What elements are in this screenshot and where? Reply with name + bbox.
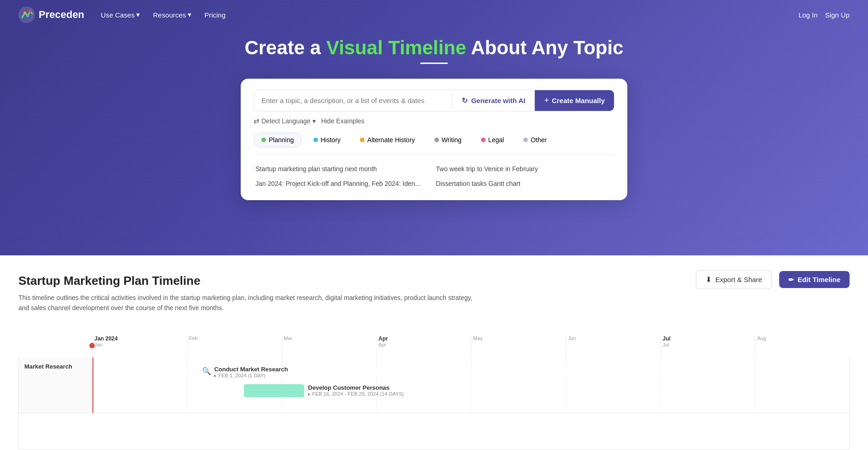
current-date-marker bbox=[92, 335, 95, 348]
nav-signup[interactable]: Sign Up bbox=[825, 11, 850, 19]
nav-resources[interactable]: Resources ▾ bbox=[147, 7, 197, 23]
svg-point-1 bbox=[23, 12, 26, 14]
timeline-month: Jun bbox=[566, 335, 660, 358]
cat-dot bbox=[313, 138, 318, 142]
timeline-event-bar-label: Develop Customer Personas▸ FEB 16, 2024 … bbox=[308, 384, 404, 397]
download-icon: ⬇ bbox=[706, 275, 712, 284]
timeline-wrapper: Jan 2024JanFebMarAprAprMayJunJulJulAug M… bbox=[18, 335, 850, 450]
logo[interactable]: Preceden bbox=[18, 6, 84, 23]
search-row: ↻ Generate with AI + Create Manually bbox=[254, 90, 614, 111]
export-share-button[interactable]: ⬇ Export & Share bbox=[696, 270, 772, 289]
example-item[interactable]: Two week trip to Venice in February bbox=[434, 162, 614, 176]
category-tabs: PlanningHistoryAlternate HistoryWritingL… bbox=[254, 133, 614, 147]
generate-ai-button[interactable]: ↻ Generate with AI bbox=[452, 91, 535, 110]
category-tab-legal[interactable]: Legal bbox=[473, 133, 512, 147]
cat-dot bbox=[481, 138, 486, 142]
search-card: ↻ Generate with AI + Create Manually ⇄ D… bbox=[241, 79, 627, 200]
current-date-vline bbox=[93, 358, 93, 413]
example-item[interactable]: Dissertation tasks Gantt chart bbox=[434, 176, 614, 191]
timeline-month: Feb bbox=[187, 335, 282, 358]
hide-examples-button[interactable]: Hide Examples bbox=[321, 117, 365, 125]
edit-timeline-button[interactable]: ✏ Edit Timeline bbox=[779, 271, 850, 288]
refresh-icon: ↻ bbox=[462, 96, 468, 105]
category-tab-other[interactable]: Other bbox=[515, 133, 555, 147]
nav-right: Log In Sign Up bbox=[799, 11, 850, 19]
category-tab-writing[interactable]: Writing bbox=[427, 133, 469, 147]
chevron-down-icon: ▾ bbox=[312, 117, 316, 125]
example-item[interactable]: Jan 2024: Project Kick-off and Planning,… bbox=[254, 176, 434, 191]
timeline-group: Market Research🔍 Conduct Market Research… bbox=[19, 358, 849, 413]
nav-pricing[interactable]: Pricing bbox=[199, 7, 231, 23]
svg-point-3 bbox=[26, 14, 29, 17]
examples-grid: Startup marketing plan starting next mon… bbox=[254, 155, 614, 191]
cat-dot bbox=[360, 138, 365, 142]
timeline-scale: Jan 2024JanFebMarAprAprMayJunJulJulAug bbox=[18, 335, 850, 358]
timeline-description: This timeline outlines the critical acti… bbox=[18, 293, 479, 313]
cat-dot bbox=[434, 138, 439, 142]
timeline-month: Aug bbox=[755, 335, 850, 358]
nav-links: Use Cases ▾ Resources ▾ Pricing bbox=[95, 7, 231, 23]
timeline-body: Market Research🔍 Conduct Market Research… bbox=[18, 358, 850, 450]
timeline-month: Jan 2024Jan bbox=[92, 335, 187, 358]
search-input[interactable] bbox=[254, 90, 452, 111]
main-content: Startup Marketing Plan Timeline This tim… bbox=[0, 255, 868, 450]
timeline-event-point: 🔍 Conduct Market Research ▸ FEB 1, 2024 … bbox=[202, 366, 288, 379]
category-tab-history[interactable]: History bbox=[306, 133, 349, 147]
detect-language-button[interactable]: ⇄ Detect Language ▾ bbox=[254, 117, 316, 125]
timeline-event-bar bbox=[244, 384, 305, 397]
nav-login[interactable]: Log In bbox=[799, 11, 818, 19]
translate-icon: ⇄ bbox=[254, 117, 260, 125]
example-item[interactable]: Startup marketing plan starting next mon… bbox=[254, 162, 434, 176]
svg-point-2 bbox=[29, 10, 32, 12]
create-manually-button[interactable]: + Create Manually bbox=[535, 90, 614, 111]
timeline-actions: ⬇ Export & Share ✏ Edit Timeline bbox=[696, 270, 850, 289]
category-tab-alternate-history[interactable]: Alternate History bbox=[352, 133, 422, 147]
hero-section: Create a Visual Timeline About Any Topic… bbox=[0, 0, 868, 255]
group-label: Market Research bbox=[19, 358, 93, 413]
cat-dot bbox=[523, 138, 528, 142]
hero-title: Create a Visual Timeline About Any Topic bbox=[244, 37, 623, 59]
plus-icon: + bbox=[544, 96, 549, 105]
timeline-month: May bbox=[471, 335, 566, 358]
nav-use-cases[interactable]: Use Cases ▾ bbox=[95, 7, 145, 23]
hero-underline bbox=[420, 63, 448, 64]
logo-text: Preceden bbox=[39, 9, 84, 21]
category-tab-planning[interactable]: Planning bbox=[254, 133, 302, 147]
timeline-month: JulJul bbox=[660, 335, 755, 358]
pencil-icon: ✏ bbox=[788, 276, 794, 283]
search-icon: 🔍 bbox=[202, 367, 211, 375]
timeline-title: Startup Marketing Plan Timeline bbox=[18, 274, 479, 288]
search-options-row: ⇄ Detect Language ▾ Hide Examples bbox=[254, 117, 614, 125]
group-content: 🔍 Conduct Market Research ▸ FEB 1, 2024 … bbox=[93, 358, 849, 413]
cat-dot bbox=[261, 138, 266, 142]
timeline-month: Mar bbox=[282, 335, 376, 358]
timeline-month: AprApr bbox=[376, 335, 471, 358]
